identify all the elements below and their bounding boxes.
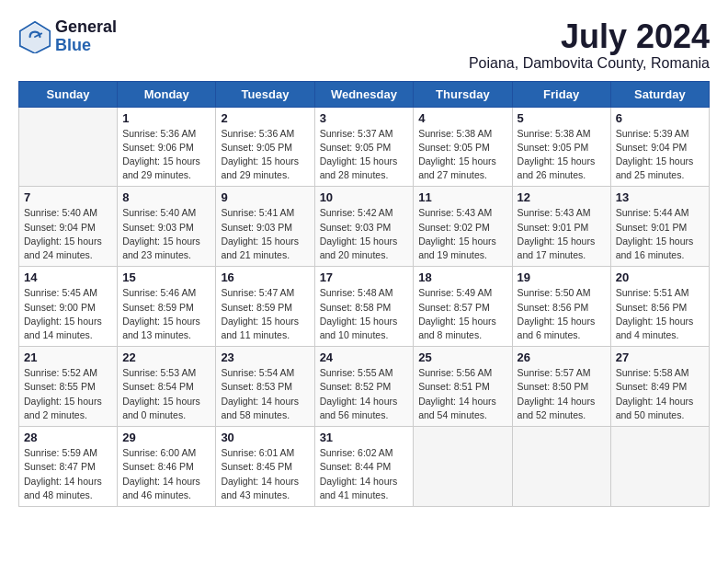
day-number: 14	[24, 270, 112, 284]
calendar-cell: 6Sunrise: 5:39 AM Sunset: 9:04 PM Daylig…	[610, 107, 709, 187]
calendar-week-row: 21Sunrise: 5:52 AM Sunset: 8:55 PM Dayli…	[19, 347, 710, 427]
calendar-cell: 21Sunrise: 5:52 AM Sunset: 8:55 PM Dayli…	[19, 347, 118, 427]
day-of-week-header: Sunday	[19, 81, 118, 107]
day-number: 17	[320, 270, 409, 284]
calendar-cell: 5Sunrise: 5:38 AM Sunset: 9:05 PM Daylig…	[512, 107, 610, 187]
calendar-cell: 7Sunrise: 5:40 AM Sunset: 9:04 PM Daylig…	[19, 187, 118, 267]
day-number: 8	[122, 190, 210, 204]
day-info: Sunrise: 5:49 AM Sunset: 8:57 PM Dayligh…	[418, 286, 506, 342]
day-number: 20	[616, 270, 704, 284]
day-number: 3	[320, 111, 409, 125]
calendar-cell: 8Sunrise: 5:40 AM Sunset: 9:03 PM Daylig…	[118, 187, 216, 267]
calendar-cell: 23Sunrise: 5:54 AM Sunset: 8:53 PM Dayli…	[216, 347, 314, 427]
calendar-cell: 25Sunrise: 5:56 AM Sunset: 8:51 PM Dayli…	[414, 347, 512, 427]
calendar-cell: 20Sunrise: 5:51 AM Sunset: 8:56 PM Dayli…	[610, 267, 709, 347]
day-number: 16	[221, 270, 309, 284]
day-number: 7	[24, 190, 112, 204]
day-info: Sunrise: 5:41 AM Sunset: 9:03 PM Dayligh…	[221, 206, 309, 262]
calendar-cell: 24Sunrise: 5:55 AM Sunset: 8:52 PM Dayli…	[314, 347, 414, 427]
day-number: 10	[320, 190, 409, 204]
calendar-cell: 29Sunrise: 6:00 AM Sunset: 8:46 PM Dayli…	[118, 427, 216, 507]
logo: General Blue	[18, 18, 117, 55]
day-of-week-header: Saturday	[610, 81, 709, 107]
day-info: Sunrise: 6:02 AM Sunset: 8:44 PM Dayligh…	[320, 446, 409, 502]
day-number: 5	[518, 111, 606, 125]
day-info: Sunrise: 5:53 AM Sunset: 8:54 PM Dayligh…	[122, 366, 210, 422]
calendar-cell: 10Sunrise: 5:42 AM Sunset: 9:03 PM Dayli…	[314, 187, 414, 267]
day-number: 1	[122, 111, 210, 125]
day-info: Sunrise: 5:37 AM Sunset: 9:05 PM Dayligh…	[320, 127, 409, 183]
calendar-week-row: 14Sunrise: 5:45 AM Sunset: 9:00 PM Dayli…	[19, 267, 710, 347]
day-number: 24	[320, 350, 409, 364]
month-year-title: July 2024	[469, 18, 710, 55]
day-number: 4	[418, 111, 506, 125]
day-info: Sunrise: 5:46 AM Sunset: 8:59 PM Dayligh…	[122, 286, 210, 342]
day-info: Sunrise: 5:36 AM Sunset: 9:05 PM Dayligh…	[221, 127, 309, 183]
day-info: Sunrise: 5:55 AM Sunset: 8:52 PM Dayligh…	[320, 366, 409, 422]
day-of-week-header: Wednesday	[314, 81, 414, 107]
calendar-cell: 3Sunrise: 5:37 AM Sunset: 9:05 PM Daylig…	[314, 107, 414, 187]
day-info: Sunrise: 5:42 AM Sunset: 9:03 PM Dayligh…	[320, 206, 409, 262]
day-number: 23	[221, 350, 309, 364]
day-number: 30	[221, 431, 309, 444]
calendar-cell: 19Sunrise: 5:50 AM Sunset: 8:56 PM Dayli…	[512, 267, 610, 347]
day-number: 22	[122, 350, 210, 364]
calendar-cell: 30Sunrise: 6:01 AM Sunset: 8:45 PM Dayli…	[216, 427, 314, 507]
day-info: Sunrise: 5:38 AM Sunset: 9:05 PM Dayligh…	[518, 127, 606, 183]
calendar-cell: 28Sunrise: 5:59 AM Sunset: 8:47 PM Dayli…	[19, 427, 118, 507]
day-of-week-header: Thursday	[414, 81, 512, 107]
day-info: Sunrise: 5:52 AM Sunset: 8:55 PM Dayligh…	[24, 366, 112, 422]
day-info: Sunrise: 5:47 AM Sunset: 8:59 PM Dayligh…	[221, 286, 309, 342]
day-number: 31	[320, 431, 409, 444]
day-number: 13	[616, 190, 704, 204]
calendar-table: SundayMondayTuesdayWednesdayThursdayFrid…	[18, 81, 710, 507]
day-info: Sunrise: 5:40 AM Sunset: 9:03 PM Dayligh…	[122, 206, 210, 262]
day-number: 18	[418, 270, 506, 284]
calendar-cell	[414, 427, 512, 507]
day-info: Sunrise: 5:40 AM Sunset: 9:04 PM Dayligh…	[24, 206, 112, 262]
day-info: Sunrise: 5:58 AM Sunset: 8:49 PM Dayligh…	[616, 366, 704, 422]
calendar-cell: 31Sunrise: 6:02 AM Sunset: 8:44 PM Dayli…	[314, 427, 414, 507]
calendar-cell: 9Sunrise: 5:41 AM Sunset: 9:03 PM Daylig…	[216, 187, 314, 267]
day-number: 2	[221, 111, 309, 125]
day-info: Sunrise: 5:59 AM Sunset: 8:47 PM Dayligh…	[24, 446, 112, 502]
calendar-cell: 17Sunrise: 5:48 AM Sunset: 8:58 PM Dayli…	[314, 267, 414, 347]
day-of-week-header: Monday	[118, 81, 216, 107]
calendar-cell: 4Sunrise: 5:38 AM Sunset: 9:05 PM Daylig…	[414, 107, 512, 187]
calendar-week-row: 7Sunrise: 5:40 AM Sunset: 9:04 PM Daylig…	[19, 187, 710, 267]
calendar-cell: 16Sunrise: 5:47 AM Sunset: 8:59 PM Dayli…	[216, 267, 314, 347]
day-info: Sunrise: 5:54 AM Sunset: 8:53 PM Dayligh…	[221, 366, 309, 422]
day-of-week-header: Tuesday	[216, 81, 314, 107]
day-number: 15	[122, 270, 210, 284]
day-info: Sunrise: 5:38 AM Sunset: 9:05 PM Dayligh…	[418, 127, 506, 183]
logo-icon	[18, 20, 51, 53]
title-block: July 2024 Poiana, Dambovita County, Roma…	[469, 18, 710, 72]
location-subtitle: Poiana, Dambovita County, Romania	[469, 55, 710, 72]
day-info: Sunrise: 5:45 AM Sunset: 9:00 PM Dayligh…	[24, 286, 112, 342]
day-number: 27	[616, 350, 704, 364]
day-number: 11	[418, 190, 506, 204]
day-number: 29	[122, 431, 210, 444]
day-info: Sunrise: 5:48 AM Sunset: 8:58 PM Dayligh…	[320, 286, 409, 342]
logo-blue-text: Blue	[55, 37, 117, 55]
day-info: Sunrise: 5:39 AM Sunset: 9:04 PM Dayligh…	[616, 127, 704, 183]
day-number: 19	[518, 270, 606, 284]
calendar-cell: 26Sunrise: 5:57 AM Sunset: 8:50 PM Dayli…	[512, 347, 610, 427]
calendar-cell: 13Sunrise: 5:44 AM Sunset: 9:01 PM Dayli…	[610, 187, 709, 267]
calendar-week-row: 1Sunrise: 5:36 AM Sunset: 9:06 PM Daylig…	[19, 107, 710, 187]
logo-text: General Blue	[55, 18, 117, 55]
logo-general: General	[55, 18, 117, 37]
day-info: Sunrise: 5:43 AM Sunset: 9:01 PM Dayligh…	[518, 206, 606, 262]
day-number: 6	[616, 111, 704, 125]
day-info: Sunrise: 6:01 AM Sunset: 8:45 PM Dayligh…	[221, 446, 309, 502]
day-info: Sunrise: 5:50 AM Sunset: 8:56 PM Dayligh…	[518, 286, 606, 342]
day-number: 9	[221, 190, 309, 204]
calendar-cell: 15Sunrise: 5:46 AM Sunset: 8:59 PM Dayli…	[118, 267, 216, 347]
day-of-week-header: Friday	[512, 81, 610, 107]
calendar-cell	[610, 427, 709, 507]
day-number: 21	[24, 350, 112, 364]
calendar-cell: 11Sunrise: 5:43 AM Sunset: 9:02 PM Dayli…	[414, 187, 512, 267]
calendar-cell: 27Sunrise: 5:58 AM Sunset: 8:49 PM Dayli…	[610, 347, 709, 427]
calendar-cell: 18Sunrise: 5:49 AM Sunset: 8:57 PM Dayli…	[414, 267, 512, 347]
day-info: Sunrise: 6:00 AM Sunset: 8:46 PM Dayligh…	[122, 446, 210, 502]
